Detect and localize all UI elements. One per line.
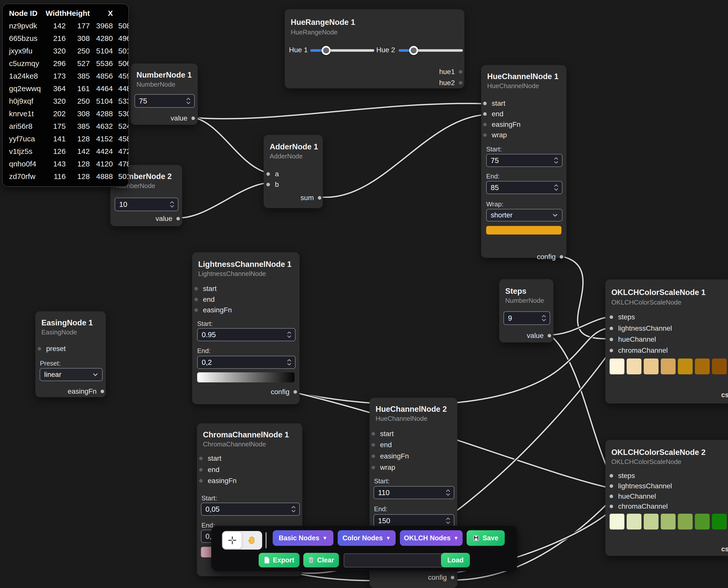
end-field[interactable] bbox=[487, 184, 553, 192]
port-dot[interactable] bbox=[38, 347, 41, 351]
hue1-slider-thumb[interactable] bbox=[322, 46, 331, 55]
number-input[interactable] bbox=[115, 197, 178, 211]
node-oklch-color-scale-1[interactable]: OKLCHColorScaleNode 1 OKLCHColorScaleNod… bbox=[605, 279, 728, 403]
start-field[interactable] bbox=[201, 505, 291, 513]
edge-number1-value-to-adder-a[interactable] bbox=[194, 118, 266, 172]
load-button[interactable]: Load bbox=[441, 553, 470, 567]
port-dot[interactable] bbox=[610, 505, 613, 508]
end-input[interactable] bbox=[197, 356, 295, 369]
port-dot[interactable] bbox=[199, 468, 203, 471]
port-dot[interactable] bbox=[372, 455, 375, 458]
node-editor-canvas[interactable]: HueRangeNode 1 HueRangeNode Hue 1 Hue 2 … bbox=[0, 0, 728, 588]
port-dot[interactable] bbox=[610, 484, 613, 488]
edge-huechannel1-config-to-oklch1-huechannel[interactable] bbox=[563, 257, 611, 339]
start-input[interactable] bbox=[374, 486, 454, 499]
edge-steps-value-to-oklch2-steps[interactable] bbox=[550, 335, 611, 477]
clear-button[interactable]: Clear bbox=[303, 553, 339, 567]
node-oklch-color-scale-2[interactable]: OKLCHColorScaleNode 2 OKLCHColorScaleNod… bbox=[605, 440, 728, 556]
color-swatch[interactable] bbox=[627, 359, 641, 374]
color-swatch[interactable] bbox=[610, 359, 624, 374]
port-dot[interactable] bbox=[548, 334, 551, 337]
node-steps[interactable]: Steps NumberNode value bbox=[499, 279, 553, 342]
color-swatch[interactable] bbox=[712, 359, 727, 374]
color-swatch[interactable] bbox=[695, 514, 710, 529]
node-adder-1[interactable]: AdderNode 1 AdderNode a b sum bbox=[264, 135, 323, 208]
stepper-icon[interactable] bbox=[445, 517, 451, 524]
start-field[interactable] bbox=[374, 488, 445, 497]
port-dot[interactable] bbox=[451, 576, 454, 579]
port-dot[interactable] bbox=[266, 183, 270, 186]
port-dot[interactable] bbox=[560, 255, 563, 258]
number-field[interactable] bbox=[504, 314, 541, 322]
select-mode-button[interactable] bbox=[223, 532, 242, 549]
end-field[interactable] bbox=[198, 358, 286, 366]
stepper-icon[interactable] bbox=[541, 314, 547, 322]
stepper-icon[interactable] bbox=[185, 97, 191, 105]
start-input[interactable] bbox=[197, 328, 295, 341]
color-swatch[interactable] bbox=[627, 514, 641, 529]
color-swatch[interactable] bbox=[678, 514, 692, 529]
port-dot[interactable] bbox=[459, 81, 462, 85]
start-field[interactable] bbox=[198, 331, 286, 339]
port-dot[interactable] bbox=[610, 349, 613, 352]
pan-mode-button[interactable] bbox=[242, 531, 262, 550]
port-dot[interactable] bbox=[194, 287, 198, 291]
color-swatch[interactable] bbox=[610, 514, 624, 529]
port-dot[interactable] bbox=[610, 474, 613, 478]
port-dot[interactable] bbox=[483, 133, 487, 137]
start-input[interactable] bbox=[486, 154, 562, 167]
export-button[interactable]: Export bbox=[259, 553, 300, 567]
basic-nodes-menu-button[interactable]: Basic Nodes▼ bbox=[273, 530, 333, 546]
node-hue-channel-1[interactable]: HueChannelNode 1 HueChannelNode start en… bbox=[481, 65, 567, 258]
edge-number2-value-to-adder-b[interactable] bbox=[179, 183, 266, 218]
save-button[interactable]: Save bbox=[467, 530, 505, 546]
end-input[interactable] bbox=[374, 514, 454, 527]
number-input[interactable] bbox=[134, 94, 195, 108]
port-dot[interactable] bbox=[483, 123, 487, 126]
port-dot[interactable] bbox=[293, 390, 297, 394]
port-dot[interactable] bbox=[610, 327, 613, 330]
port-dot[interactable] bbox=[483, 112, 487, 116]
port-dot[interactable] bbox=[266, 172, 270, 176]
color-swatch[interactable] bbox=[712, 514, 727, 529]
port-dot[interactable] bbox=[610, 315, 613, 319]
color-swatch[interactable] bbox=[678, 359, 692, 374]
start-field[interactable] bbox=[487, 156, 553, 165]
port-dot[interactable] bbox=[101, 390, 104, 393]
port-dot[interactable] bbox=[483, 102, 487, 105]
stepper-icon[interactable] bbox=[445, 489, 451, 496]
color-swatch[interactable] bbox=[661, 514, 676, 529]
port-dot[interactable] bbox=[194, 308, 198, 312]
port-dot[interactable] bbox=[372, 466, 375, 469]
port-dot[interactable] bbox=[459, 70, 462, 74]
stepper-icon[interactable] bbox=[553, 184, 559, 191]
port-dot[interactable] bbox=[318, 196, 321, 200]
node-lightness-channel-1[interactable]: LightnessChannelNode 1 LightnessChannelN… bbox=[192, 252, 300, 404]
start-input[interactable] bbox=[201, 503, 300, 516]
port-dot[interactable] bbox=[176, 217, 180, 220]
number-field[interactable] bbox=[135, 97, 185, 105]
port-dot[interactable] bbox=[199, 457, 203, 460]
wrap-select[interactable]: shorter bbox=[486, 209, 562, 222]
port-dot[interactable] bbox=[192, 117, 195, 120]
stepper-icon[interactable] bbox=[291, 505, 296, 513]
hue1-slider[interactable] bbox=[310, 49, 374, 52]
port-dot[interactable] bbox=[372, 432, 375, 436]
edge-lightness1-config-to-oklch1-lightnesschannel[interactable] bbox=[297, 328, 611, 405]
color-swatch[interactable] bbox=[695, 359, 710, 374]
preset-select[interactable]: linear bbox=[40, 368, 103, 381]
stepper-icon[interactable] bbox=[286, 331, 292, 338]
stepper-icon[interactable] bbox=[553, 157, 559, 164]
edge-adder-sum-to-huechannel1-end[interactable] bbox=[322, 115, 484, 197]
port-dot[interactable] bbox=[194, 298, 198, 301]
color-nodes-menu-button[interactable]: Color Nodes▼ bbox=[338, 530, 396, 546]
port-dot[interactable] bbox=[372, 443, 375, 447]
color-swatch[interactable] bbox=[644, 359, 659, 374]
color-swatch[interactable] bbox=[661, 359, 676, 374]
number-field[interactable] bbox=[115, 201, 169, 209]
port-dot[interactable] bbox=[610, 338, 613, 341]
stepper-icon[interactable] bbox=[169, 201, 175, 208]
port-dot[interactable] bbox=[610, 495, 613, 498]
node-number-1[interactable]: NumberNode 1 NumberNode value bbox=[130, 64, 198, 125]
port-dot[interactable] bbox=[199, 479, 203, 483]
